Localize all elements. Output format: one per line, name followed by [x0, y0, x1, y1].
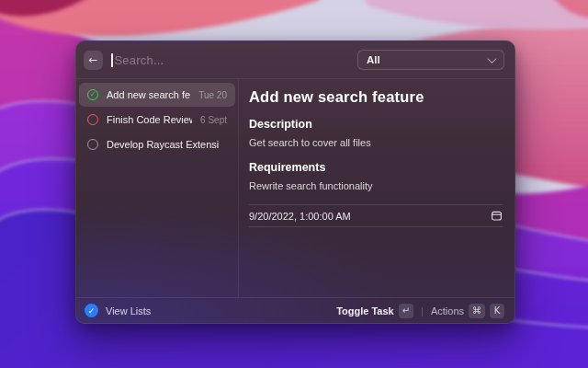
- divider: |: [421, 305, 424, 316]
- task-date: Tue 20: [198, 90, 227, 100]
- detail-title: Add new search feature: [249, 88, 503, 106]
- check-icon: ✓: [90, 91, 96, 98]
- toggle-task-label: Toggle Task: [336, 305, 394, 316]
- section-body: Rewrite search functionality: [249, 180, 503, 192]
- task-detail: Add new search feature Description Get s…: [239, 79, 514, 297]
- task-status-circle-icon: [87, 139, 98, 150]
- check-icon: ✓: [88, 306, 96, 316]
- task-row[interactable]: Develop Raycast Extension: [79, 132, 235, 156]
- back-arrow-icon: ←: [88, 54, 97, 65]
- k-key-badge: K: [490, 304, 504, 318]
- back-button[interactable]: ←: [84, 51, 103, 70]
- toggle-task-action[interactable]: Toggle Task ↵: [336, 304, 413, 318]
- search-bar: ← Search... All: [76, 41, 514, 79]
- action-bar: Toggle Task ↵ | Actions ⌘ K: [336, 304, 504, 318]
- text-caret: [111, 53, 113, 67]
- search-placeholder: Search...: [115, 53, 164, 67]
- search-input[interactable]: Search...: [111, 53, 349, 67]
- filter-dropdown-value: All: [367, 54, 380, 65]
- section-body: Get search to cover all files: [249, 137, 503, 149]
- actions-menu-button[interactable]: Actions ⌘ K: [431, 304, 504, 318]
- todo-app-icon: ✓: [85, 304, 98, 317]
- raycast-window: ← Search... All ✓ Add new search feature…: [75, 40, 515, 324]
- task-status-circle-icon: [87, 114, 98, 125]
- task-row[interactable]: Finish Code Reviews 6 Sept: [79, 108, 235, 132]
- task-label: Add new search feature: [107, 89, 190, 100]
- task-status-circle-icon: ✓: [87, 89, 98, 100]
- status-bar: ✓ View Lists Toggle Task ↵ | Actions ⌘ K: [76, 297, 514, 323]
- section-heading: Description: [249, 118, 503, 132]
- task-row[interactable]: ✓ Add new search feature Tue 20: [79, 83, 235, 107]
- main-content: ✓ Add new search feature Tue 20 Finish C…: [76, 79, 514, 297]
- task-list: ✓ Add new search feature Tue 20 Finish C…: [76, 79, 239, 297]
- calendar-icon: [491, 210, 503, 222]
- chevron-down-icon: [488, 54, 497, 63]
- view-lists-label: View Lists: [106, 305, 151, 316]
- return-key-badge: ↵: [399, 304, 413, 318]
- filter-dropdown[interactable]: All: [357, 50, 504, 70]
- screen: ← Search... All ✓ Add new search feature…: [0, 0, 588, 368]
- task-label: Finish Code Reviews: [107, 114, 192, 125]
- section-heading: Requirements: [249, 161, 503, 175]
- task-label: Develop Raycast Extension: [107, 139, 219, 150]
- task-date: 6 Sept: [200, 115, 227, 125]
- command-key-badge: ⌘: [469, 304, 485, 318]
- due-date-value: 9/20/2022, 1:00:00 AM: [249, 211, 351, 222]
- actions-label: Actions: [431, 305, 464, 316]
- due-date-field[interactable]: 9/20/2022, 1:00:00 AM: [249, 204, 503, 227]
